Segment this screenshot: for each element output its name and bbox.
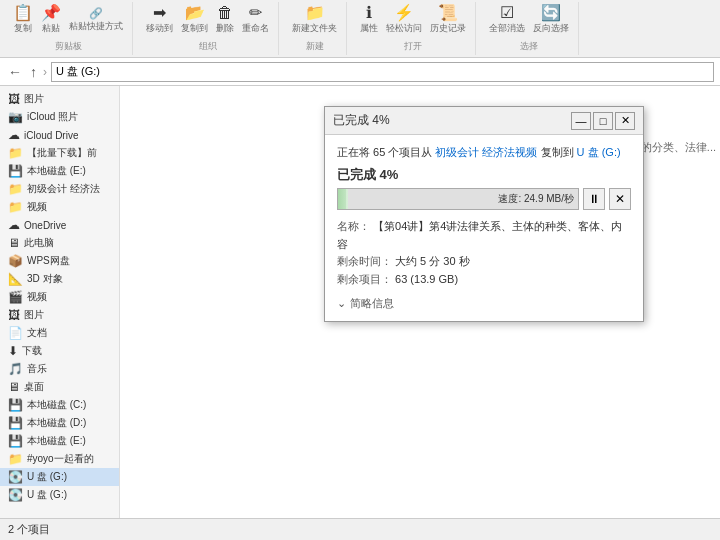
dialog-overlay: 已完成 4% — □ ✕ 正在将 65 个项目从 初级会计 经济法视频 复制到 … <box>120 86 720 518</box>
dialog-subtitle: 正在将 65 个项目从 初级会计 经济法视频 复制到 U 盘 (G:) <box>337 145 631 160</box>
main-area: 🖼图片📷iCloud 照片☁iCloud Drive📁【批量下载】前💾本地磁盘 … <box>0 86 720 518</box>
sidebar-item-17[interactable]: 💾本地磁盘 (C:) <box>0 396 119 414</box>
new-group: 📁 新建文件夹 新建 <box>283 2 347 55</box>
invert-select-button[interactable]: 🔄 反向选择 <box>530 4 572 36</box>
progress-controls: 速度: 24.9 MB/秒 ⏸ ✕ <box>337 188 631 210</box>
sidebar-label-11: 视频 <box>27 290 47 304</box>
copy-to-button[interactable]: 📂 复制到 <box>178 4 211 36</box>
new-folder-button[interactable]: 📁 新建文件夹 <box>289 4 340 36</box>
sidebar-item-14[interactable]: ⬇下载 <box>0 342 119 360</box>
sidebar-label-20: #yoyo一起看的 <box>27 452 94 466</box>
sidebar-label-8: 此电脑 <box>24 236 54 250</box>
address-arrow: › <box>43 65 47 79</box>
dialog-minimize-button[interactable]: — <box>571 112 591 130</box>
sidebar-icon-21: 💽 <box>8 470 23 484</box>
sidebar-icon-1: 📷 <box>8 110 23 124</box>
sidebar-item-1[interactable]: 📷iCloud 照片 <box>0 108 119 126</box>
sidebar-label-0: 图片 <box>24 92 44 106</box>
sidebar-icon-8: 🖥 <box>8 236 20 250</box>
sidebar-label-15: 音乐 <box>27 362 47 376</box>
dialog-close-button[interactable]: ✕ <box>615 112 635 130</box>
sidebar-label-12: 图片 <box>24 308 44 322</box>
sidebar-item-19[interactable]: 💾本地磁盘 (E:) <box>0 432 119 450</box>
paste-button[interactable]: 📌 粘贴 <box>38 4 64 36</box>
sidebar-icon-5: 📁 <box>8 182 23 196</box>
sidebar-item-9[interactable]: 📦WPS网盘 <box>0 252 119 270</box>
sidebar: 🖼图片📷iCloud 照片☁iCloud Drive📁【批量下载】前💾本地磁盘 … <box>0 86 120 518</box>
delete-button[interactable]: 🗑 删除 <box>213 4 237 36</box>
sidebar-icon-7: ☁ <box>8 218 20 232</box>
sidebar-item-3[interactable]: 📁【批量下载】前 <box>0 144 119 162</box>
sidebar-icon-17: 💾 <box>8 398 23 412</box>
sidebar-icon-22: 💽 <box>8 488 23 502</box>
sidebar-item-12[interactable]: 🖼图片 <box>0 306 119 324</box>
sidebar-item-7[interactable]: ☁OneDrive <box>0 216 119 234</box>
properties-button[interactable]: ℹ 属性 <box>357 4 381 36</box>
dialog-title: 已完成 4% <box>333 112 571 129</box>
back-button[interactable]: ← <box>6 64 24 80</box>
select-all-button[interactable]: ☑ 全部消选 <box>486 4 528 36</box>
sidebar-item-8[interactable]: 🖥此电脑 <box>0 234 119 252</box>
file-name-row: 名称： 【第04讲】第4讲法律关系、主体的种类、客体、内容 <box>337 218 631 253</box>
sidebar-label-9: WPS网盘 <box>27 254 70 268</box>
easy-access-button[interactable]: ⚡ 轻松访问 <box>383 4 425 36</box>
sidebar-item-13[interactable]: 📄文档 <box>0 324 119 342</box>
sidebar-item-16[interactable]: 🖥桌面 <box>0 378 119 396</box>
copy-dialog: 已完成 4% — □ ✕ 正在将 65 个项目从 初级会计 经济法视频 复制到 … <box>324 106 644 322</box>
dialog-info: 名称： 【第04讲】第4讲法律关系、主体的种类、客体、内容 剩余时间： 大约 5… <box>337 218 631 288</box>
sidebar-item-6[interactable]: 📁视频 <box>0 198 119 216</box>
more-info-label: 简略信息 <box>350 296 394 311</box>
sidebar-label-19: 本地磁盘 (E:) <box>27 434 86 448</box>
organize-group: ➡ 移动到 📂 复制到 🗑 删除 ✏ 重命名 组织 <box>137 2 279 55</box>
sidebar-item-0[interactable]: 🖼图片 <box>0 90 119 108</box>
ribbon: 📋 复制 📌 粘贴 🔗 粘贴快捷方式 剪贴板 ➡ 移动到 📂 复制到 <box>0 0 720 58</box>
sidebar-icon-2: ☁ <box>8 128 20 142</box>
sidebar-icon-20: 📁 <box>8 452 23 466</box>
dialog-body: 正在将 65 个项目从 初级会计 经济法视频 复制到 U 盘 (G:) 已完成 … <box>325 135 643 321</box>
sidebar-icon-10: 📐 <box>8 272 23 286</box>
file-area: 法的分类、法律... 已完成 4% — □ ✕ 正在将 65 个项目从 初级会计… <box>120 86 720 518</box>
move-to-button[interactable]: ➡ 移动到 <box>143 4 176 36</box>
sidebar-label-4: 本地磁盘 (E:) <box>27 164 86 178</box>
sidebar-item-15[interactable]: 🎵音乐 <box>0 360 119 378</box>
sidebar-icon-9: 📦 <box>8 254 23 268</box>
sidebar-item-22[interactable]: 💽U 盘 (G:) <box>0 486 119 504</box>
more-info-toggle[interactable]: ⌄ 简略信息 <box>337 296 631 311</box>
address-input[interactable] <box>51 62 714 82</box>
sidebar-item-10[interactable]: 📐3D 对象 <box>0 270 119 288</box>
history-button[interactable]: 📜 历史记录 <box>427 4 469 36</box>
sidebar-item-11[interactable]: 🎬视频 <box>0 288 119 306</box>
sidebar-icon-14: ⬇ <box>8 344 18 358</box>
sidebar-item-20[interactable]: 📁#yoyo一起看的 <box>0 450 119 468</box>
stop-button[interactable]: ✕ <box>609 188 631 210</box>
subtitle-prefix: 正在将 65 个项目从 <box>337 146 432 158</box>
status-text: 2 个项目 <box>8 522 50 537</box>
dialog-maximize-button[interactable]: □ <box>593 112 613 130</box>
name-value: 【第04讲】第4讲法律关系、主体的种类、客体、内容 <box>337 220 622 250</box>
subtitle-source-link[interactable]: 初级会计 经济法视频 <box>435 146 537 158</box>
dialog-titlebar: 已完成 4% — □ ✕ <box>325 107 643 135</box>
sidebar-item-18[interactable]: 💾本地磁盘 (D:) <box>0 414 119 432</box>
paste-shortcut-button[interactable]: 🔗 粘贴快捷方式 <box>66 7 126 34</box>
sidebar-item-21[interactable]: 💽U 盘 (G:) <box>0 468 119 486</box>
sidebar-item-2[interactable]: ☁iCloud Drive <box>0 126 119 144</box>
time-value: 大约 5 分 30 秒 <box>395 255 470 267</box>
status-bar: 2 个项目 <box>0 518 720 540</box>
sidebar-label-3: 【批量下载】前 <box>27 146 97 160</box>
copy-button[interactable]: 📋 复制 <box>10 4 36 36</box>
pause-button[interactable]: ⏸ <box>583 188 605 210</box>
up-button[interactable]: ↑ <box>28 64 39 80</box>
items-row: 剩余项目： 63 (13.9 GB) <box>337 271 631 289</box>
sidebar-icon-11: 🎬 <box>8 290 23 304</box>
sidebar-item-5[interactable]: 📁初级会计 经济法 <box>0 180 119 198</box>
rename-button[interactable]: ✏ 重命名 <box>239 4 272 36</box>
sidebar-icon-19: 💾 <box>8 434 23 448</box>
subtitle-dest-link[interactable]: U 盘 (G:) <box>577 146 621 158</box>
progress-bar-inner <box>338 189 348 209</box>
sidebar-label-2: iCloud Drive <box>24 130 78 141</box>
sidebar-label-22: U 盘 (G:) <box>27 488 67 502</box>
clipboard-group: 📋 复制 📌 粘贴 🔗 粘贴快捷方式 剪贴板 <box>4 2 133 55</box>
select-group: ☑ 全部消选 🔄 反向选择 选择 <box>480 2 579 55</box>
sidebar-item-4[interactable]: 💾本地磁盘 (E:) <box>0 162 119 180</box>
sidebar-label-14: 下载 <box>22 344 42 358</box>
